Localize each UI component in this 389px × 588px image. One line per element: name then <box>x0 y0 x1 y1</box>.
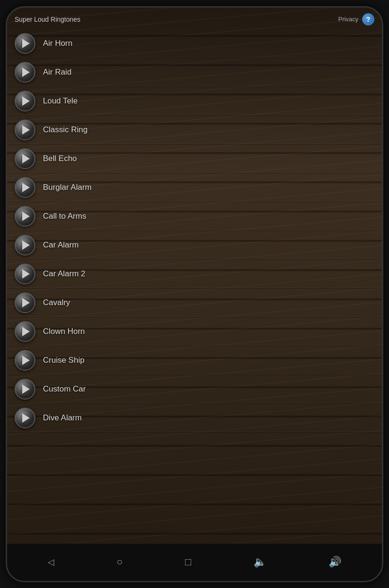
play-icon <box>22 327 30 336</box>
play-icon <box>22 212 30 221</box>
play-button[interactable] <box>15 408 35 428</box>
play-button[interactable] <box>15 264 35 284</box>
ringtone-item[interactable]: Burglar Alarm <box>7 173 382 202</box>
volume-up-button[interactable]: 🔊 <box>324 551 346 573</box>
ringtone-item[interactable]: Dive Alarm <box>7 404 382 433</box>
ringtone-list: Air HornAir RaidLoud TeleClassic RingBel… <box>7 29 382 433</box>
ringtone-item[interactable]: Cruise Ship <box>7 346 382 375</box>
play-icon <box>22 68 30 77</box>
back-button[interactable]: ◁ <box>43 552 59 572</box>
ringtone-item[interactable]: Custom Car <box>7 375 382 404</box>
navigation-bar: ◁ ○ □ 🔈 🔊 <box>7 543 382 581</box>
help-button[interactable]: ? <box>362 13 374 26</box>
ringtone-name: Burglar Alarm <box>43 183 92 192</box>
play-icon <box>22 39 30 48</box>
ringtone-item[interactable]: Air Raid <box>7 58 382 87</box>
play-button[interactable] <box>15 235 35 256</box>
play-button[interactable] <box>15 148 35 169</box>
play-button[interactable] <box>15 91 35 111</box>
header-right: Privacy ? <box>338 13 374 26</box>
recents-button[interactable]: □ <box>180 551 196 573</box>
ringtone-item[interactable]: Call to Arms <box>7 202 382 231</box>
ringtone-name: Air Raid <box>43 68 71 77</box>
play-button[interactable] <box>15 177 35 198</box>
ringtone-name: Air Horn <box>43 39 72 48</box>
home-button[interactable]: ○ <box>112 551 127 573</box>
privacy-link[interactable]: Privacy <box>338 16 358 23</box>
ringtone-name: Cavalry <box>43 298 70 307</box>
ringtone-item[interactable]: Air Horn <box>7 29 382 58</box>
play-icon <box>22 183 30 192</box>
device-frame: Super Loud Ringtones Privacy ? Air HornA… <box>6 6 383 582</box>
ringtone-name: Clown Horn <box>43 327 85 336</box>
ringtone-name: Dive Alarm <box>43 413 82 423</box>
play-icon <box>22 96 30 106</box>
play-icon <box>22 413 30 423</box>
play-icon <box>22 269 30 279</box>
ringtone-name: Car Alarm 2 <box>43 269 85 279</box>
ringtone-item[interactable]: Car Alarm 2 <box>7 260 382 289</box>
ringtone-item[interactable]: Classic Ring <box>7 116 382 145</box>
ringtone-item[interactable]: Car Alarm <box>7 231 382 260</box>
ringtone-item[interactable]: Loud Tele <box>7 87 382 116</box>
volume-down-button[interactable]: 🔈 <box>249 551 271 573</box>
app-header: Super Loud Ringtones Privacy ? <box>7 8 382 29</box>
play-button[interactable] <box>15 33 35 54</box>
app-screen: Super Loud Ringtones Privacy ? Air HornA… <box>7 8 382 543</box>
play-icon <box>22 240 30 250</box>
play-button[interactable] <box>15 350 35 371</box>
play-icon <box>22 384 30 394</box>
play-button[interactable] <box>15 119 35 140</box>
play-icon <box>22 125 30 135</box>
play-button[interactable] <box>15 62 35 83</box>
ringtone-name: Car Alarm <box>43 240 79 250</box>
ringtone-item[interactable]: Bell Echo <box>7 145 382 173</box>
ringtone-name: Cruise Ship <box>43 356 85 365</box>
ringtone-item[interactable]: Clown Horn <box>7 317 382 346</box>
ringtone-name: Loud Tele <box>43 96 77 106</box>
play-icon <box>22 298 30 307</box>
ringtone-name: Bell Echo <box>43 154 77 163</box>
ringtone-name: Custom Car <box>43 384 86 394</box>
play-button[interactable] <box>15 292 35 313</box>
play-button[interactable] <box>15 206 35 227</box>
ringtone-name: Call to Arms <box>43 212 86 221</box>
app-title: Super Loud Ringtones <box>15 16 80 23</box>
ringtone-item[interactable]: Cavalry <box>7 289 382 317</box>
play-icon <box>22 154 30 163</box>
play-button[interactable] <box>15 379 35 400</box>
play-button[interactable] <box>15 321 35 342</box>
play-icon <box>22 356 30 365</box>
ringtone-name: Classic Ring <box>43 125 87 135</box>
